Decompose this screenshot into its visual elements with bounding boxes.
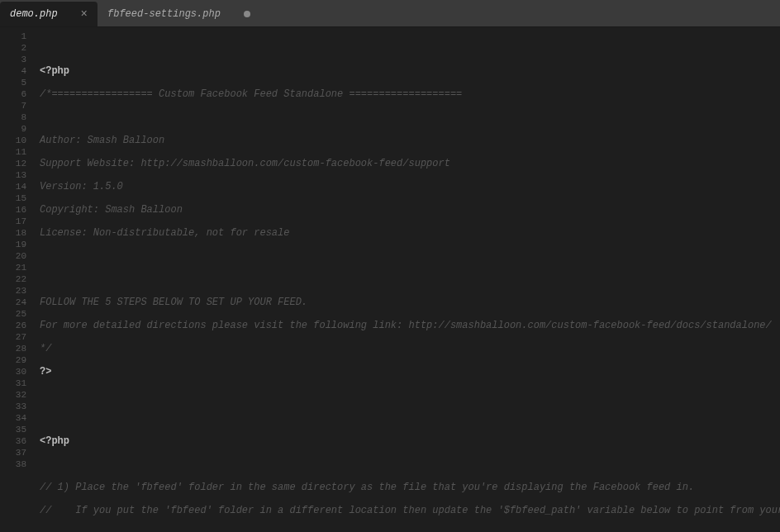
line-number: 21 xyxy=(3,262,26,273)
tab-label: fbfeed-settings.php xyxy=(107,8,221,20)
line-number: 6 xyxy=(3,88,26,100)
line-number: 24 xyxy=(3,297,26,308)
tab-demo-php[interactable]: demo.php × xyxy=(0,2,98,26)
line-number: 19 xyxy=(3,239,26,250)
code-area[interactable]: <?php /*================= Custom Faceboo… xyxy=(33,27,780,532)
line-number: 26 xyxy=(3,320,26,331)
line-number: 20 xyxy=(3,250,26,262)
line-number: 2 xyxy=(3,42,26,54)
tab-fbfeed-settings-php[interactable]: fbfeed-settings.php xyxy=(98,2,260,26)
line-number: 13 xyxy=(3,169,26,181)
close-icon[interactable]: × xyxy=(81,8,88,20)
line-number: 8 xyxy=(3,112,26,123)
line-number: 35 xyxy=(3,424,26,435)
tab-label: demo.php xyxy=(10,8,58,20)
line-number: 37 xyxy=(3,447,26,458)
tab-bar: demo.php × fbfeed-settings.php xyxy=(0,0,780,27)
line-number: 17 xyxy=(3,216,26,227)
line-number: 23 xyxy=(3,285,26,297)
line-number: 32 xyxy=(3,389,26,401)
dirty-indicator-icon xyxy=(244,11,250,17)
line-number: 34 xyxy=(3,412,26,424)
line-number: 27 xyxy=(3,331,26,343)
line-number: 36 xyxy=(3,435,26,447)
line-number: 16 xyxy=(3,204,26,216)
line-number: 30 xyxy=(3,366,26,378)
line-number: 38 xyxy=(3,458,26,470)
line-number: 33 xyxy=(3,401,26,412)
line-number: 7 xyxy=(3,100,26,112)
line-number: 10 xyxy=(3,135,26,146)
code-editor[interactable]: 1234567891011121314151617181920212223242… xyxy=(0,27,780,532)
line-number: 25 xyxy=(3,308,26,320)
line-number: 15 xyxy=(3,192,26,204)
line-number: 1 xyxy=(3,31,26,42)
line-number: 9 xyxy=(3,123,26,135)
line-number: 3 xyxy=(3,54,26,65)
line-number: 4 xyxy=(3,65,26,77)
line-number: 18 xyxy=(3,227,26,239)
line-number: 31 xyxy=(3,378,26,389)
line-number: 29 xyxy=(3,354,26,366)
line-number: 22 xyxy=(3,273,26,285)
line-number: 11 xyxy=(3,146,26,158)
line-number: 28 xyxy=(3,343,26,354)
line-number: 12 xyxy=(3,158,26,169)
line-number-gutter: 1234567891011121314151617181920212223242… xyxy=(0,27,33,532)
line-number: 5 xyxy=(3,77,26,88)
line-number: 14 xyxy=(3,181,26,192)
